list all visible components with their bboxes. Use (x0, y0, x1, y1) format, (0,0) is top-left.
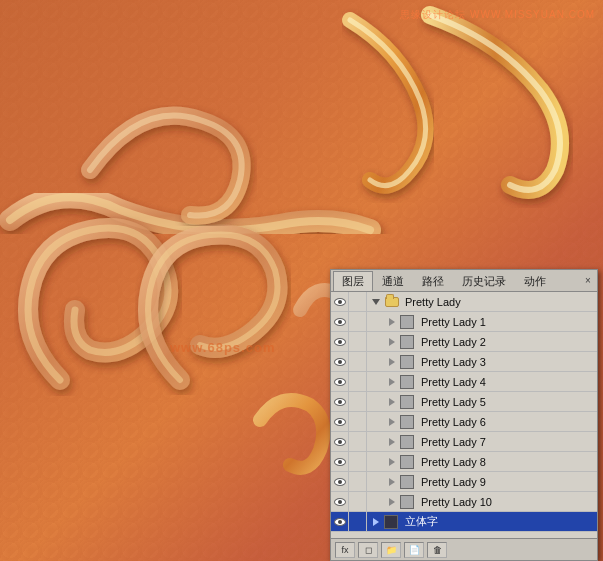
layer-row[interactable]: 立体字 (331, 512, 597, 532)
layer-name-label: Pretty Lady 5 (419, 396, 593, 408)
eye-icon (334, 438, 346, 446)
eye-icon (334, 398, 346, 406)
layer-visibility-toggle[interactable] (331, 372, 349, 392)
layer-name-label: Pretty Lady 7 (419, 436, 593, 448)
layer-expand-arrow[interactable] (369, 512, 383, 532)
layer-row[interactable]: Pretty Lady 5 (331, 392, 597, 412)
layer-row[interactable]: Pretty Lady 9 (331, 472, 597, 492)
arrow-right-icon (389, 458, 395, 466)
layer-expand-arrow[interactable] (385, 412, 399, 432)
layer-name-label: Pretty Lady 6 (419, 416, 593, 428)
layer-name-label: Pretty Lady 9 (419, 476, 593, 488)
layers-panel: 图层 通道 路径 历史记录 动作 × Pretty LadyPretty Lad… (330, 269, 598, 561)
layer-link-toggle[interactable] (349, 492, 367, 512)
layer-link-toggle[interactable] (349, 292, 367, 312)
layer-link-toggle[interactable] (349, 432, 367, 452)
eye-icon (334, 318, 346, 326)
layer-link-toggle[interactable] (349, 512, 367, 532)
layer-name-label: 立体字 (403, 514, 593, 529)
layer-visibility-toggle[interactable] (331, 432, 349, 452)
layer-name-label: Pretty Lady 8 (419, 456, 593, 468)
layer-thumb-icon (399, 312, 417, 332)
layer-expand-arrow[interactable] (385, 392, 399, 412)
layer-visibility-toggle[interactable] (331, 392, 349, 412)
layer-visibility-toggle[interactable] (331, 412, 349, 432)
layer-thumbnail (400, 455, 414, 469)
layer-link-toggle[interactable] (349, 312, 367, 332)
tab-channels[interactable]: 通道 (373, 271, 413, 291)
layer-row[interactable]: Pretty Lady 2 (331, 332, 597, 352)
layer-name-label: Pretty Lady 10 (419, 496, 593, 508)
layer-expand-arrow[interactable] (385, 492, 399, 512)
layer-thumb-icon (399, 432, 417, 452)
layer-thumb-icon (383, 512, 401, 532)
layer-visibility-toggle[interactable] (331, 292, 349, 312)
layer-expand-arrow[interactable] (385, 372, 399, 392)
layer-row[interactable]: Pretty Lady 6 (331, 412, 597, 432)
arrow-right-icon (389, 418, 395, 426)
layer-link-toggle[interactable] (349, 412, 367, 432)
layer-expand-arrow[interactable] (385, 332, 399, 352)
layer-thumb-icon (399, 452, 417, 472)
new-group-button[interactable]: 📁 (381, 542, 401, 558)
layer-thumbnail (400, 475, 414, 489)
layer-link-toggle[interactable] (349, 452, 367, 472)
arrow-right-icon (389, 398, 395, 406)
layer-thumbnail (384, 515, 398, 529)
layer-link-toggle[interactable] (349, 352, 367, 372)
layer-link-toggle[interactable] (349, 332, 367, 352)
layer-visibility-toggle[interactable] (331, 472, 349, 492)
layer-row[interactable]: Pretty Lady 3 (331, 352, 597, 372)
layer-visibility-toggle[interactable] (331, 312, 349, 332)
eye-icon (334, 338, 346, 346)
layer-row[interactable]: Pretty Lady 10 (331, 492, 597, 512)
add-style-button[interactable]: fx (335, 542, 355, 558)
layer-name-label: Pretty Lady (403, 296, 593, 308)
layer-thumb-icon (399, 392, 417, 412)
eye-icon (334, 498, 346, 506)
layer-thumb-icon (399, 332, 417, 352)
layer-link-toggle[interactable] (349, 392, 367, 412)
layer-visibility-toggle[interactable] (331, 352, 349, 372)
folder-icon (385, 297, 399, 307)
layer-visibility-toggle[interactable] (331, 512, 349, 532)
layer-row[interactable]: Pretty Lady (331, 292, 597, 312)
layers-list[interactable]: Pretty LadyPretty Lady 1Pretty Lady 2Pre… (331, 292, 597, 538)
arrow-right-icon (389, 478, 395, 486)
layer-expand-arrow[interactable] (385, 472, 399, 492)
layer-link-toggle[interactable] (349, 472, 367, 492)
new-layer-button[interactable]: 📄 (404, 542, 424, 558)
layer-expand-arrow[interactable] (369, 292, 383, 312)
layer-visibility-toggle[interactable] (331, 452, 349, 472)
layer-expand-arrow[interactable] (385, 352, 399, 372)
layer-thumbnail (400, 375, 414, 389)
layer-thumb-icon (399, 352, 417, 372)
arrow-right-icon (389, 438, 395, 446)
layer-link-toggle[interactable] (349, 372, 367, 392)
layer-row[interactable]: Pretty Lady 7 (331, 432, 597, 452)
arrow-right-icon (389, 358, 395, 366)
layer-expand-arrow[interactable] (385, 432, 399, 452)
layer-row[interactable]: Pretty Lady 1 (331, 312, 597, 332)
tab-layers[interactable]: 图层 (333, 271, 373, 291)
eye-icon (334, 418, 346, 426)
layer-expand-arrow[interactable] (385, 312, 399, 332)
layer-name-label: Pretty Lady 2 (419, 336, 593, 348)
layer-thumbnail (400, 395, 414, 409)
tab-actions[interactable]: 动作 (515, 271, 555, 291)
eye-icon (334, 478, 346, 486)
eye-icon (334, 458, 346, 466)
layer-visibility-toggle[interactable] (331, 492, 349, 512)
add-mask-button[interactable]: ◻ (358, 542, 378, 558)
arrow-down-icon (372, 299, 380, 305)
tab-paths[interactable]: 路径 (413, 271, 453, 291)
layer-visibility-toggle[interactable] (331, 332, 349, 352)
layer-expand-arrow[interactable] (385, 452, 399, 472)
layer-thumb-icon (399, 372, 417, 392)
tab-history[interactable]: 历史记录 (453, 271, 515, 291)
layer-row[interactable]: Pretty Lady 4 (331, 372, 597, 392)
panel-close-button[interactable]: × (581, 274, 595, 288)
delete-layer-button[interactable]: 🗑 (427, 542, 447, 558)
arrow-right-icon (389, 378, 395, 386)
layer-row[interactable]: Pretty Lady 8 (331, 452, 597, 472)
